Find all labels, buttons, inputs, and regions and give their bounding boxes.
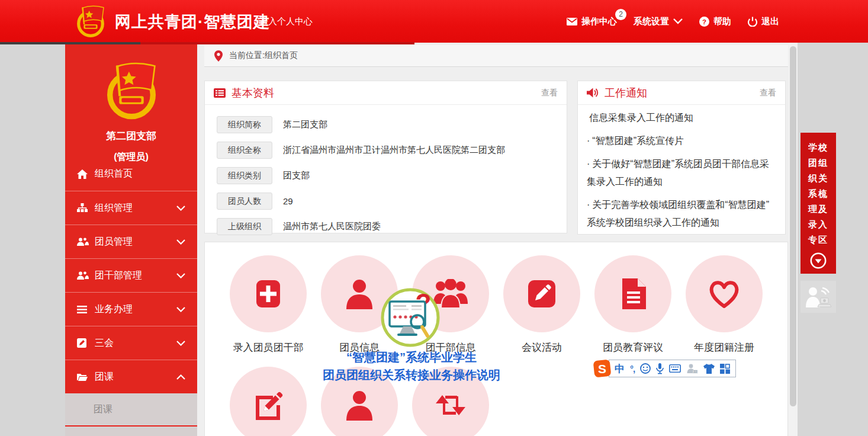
- scrollbar-thumb[interactable]: [790, 46, 796, 406]
- sidebar-item-cadre-management[interactable]: 团干部管理: [65, 258, 197, 292]
- action-meetings[interactable]: 会议活动: [496, 255, 587, 354]
- action-education-review[interactable]: 团员教育评议: [587, 255, 679, 354]
- field-label: 组织简称: [217, 116, 272, 133]
- help-label: 帮助: [713, 16, 731, 27]
- sidebar-subitem-league-class[interactable]: 团课: [65, 393, 197, 427]
- work-notice-header: 工作通知 查看: [578, 81, 785, 105]
- heart-icon: [708, 279, 741, 309]
- sidebar-item-member-management[interactable]: 团员管理: [65, 225, 197, 258]
- sidebar-item-label: 三会: [95, 337, 114, 350]
- chevron-down-icon: [176, 206, 185, 211]
- ime-keyboard-icon[interactable]: [669, 364, 681, 373]
- basic-info-panel: 基本资料 查看 组织简称 第二团支部 组织全称 浙江省温州市温州市卫计温州市第七…: [204, 81, 567, 233]
- user-icon: [345, 278, 374, 309]
- folder-icon: [77, 371, 89, 382]
- ime-chinese-mode-icon[interactable]: 中: [615, 362, 625, 376]
- field-value: 温州市第七人民医院团委: [283, 221, 381, 232]
- action-circle: [594, 255, 671, 332]
- users-icon: [77, 270, 89, 281]
- league-emblem-logo: [73, 3, 108, 40]
- quick-actions-panel: 录入团员团干部 团员信息: [204, 242, 788, 436]
- speaker-icon: [587, 88, 599, 98]
- pencil-badge-icon: [527, 279, 557, 309]
- personal-center-link[interactable]: 进入个人中心: [259, 16, 313, 27]
- sidebar-item-meetings[interactable]: 三会: [65, 326, 197, 360]
- sidebar-submenu-filler: [65, 427, 197, 436]
- sidebar-item-label: 团课: [95, 371, 114, 383]
- person-broadcast-icon: [805, 286, 831, 307]
- action-label: 会议活动: [522, 341, 562, 354]
- field-row-full-name: 组织全称 浙江省温州市温州市卫计温州市第七人民医院第二团支部: [217, 137, 555, 163]
- header-nav: 操作中心 2 系统设置 ? 帮助 退出: [567, 0, 779, 43]
- action-circle: [503, 255, 580, 332]
- notice-text: 信息采集录入工作的通知: [589, 113, 693, 123]
- ime-skin-icon[interactable]: [703, 364, 715, 374]
- action-circle: [230, 255, 307, 332]
- notice-text: 关于做好“智慧团建”系统团员团干部信息采集录入工作的通知: [587, 159, 769, 187]
- basic-info-view-link[interactable]: 查看: [541, 88, 558, 98]
- banner-line: 学校: [801, 140, 836, 155]
- chevron-down-icon: [176, 239, 185, 245]
- school-zone-banner[interactable]: 学校 团组 织关 系梳 理及 录入 专区: [801, 133, 836, 274]
- sogou-logo-icon[interactable]: S: [593, 359, 612, 378]
- ime-emoji-icon[interactable]: [640, 363, 651, 374]
- banner-line: 系梳: [801, 186, 836, 201]
- banner-line: 录入: [801, 217, 836, 232]
- system-settings-button[interactable]: 系统设置: [634, 16, 683, 27]
- field-label: 团员人数: [217, 193, 272, 210]
- plus-square-icon: [253, 278, 284, 309]
- sidebar-item-label: 团干部管理: [95, 270, 142, 282]
- user-icon: [345, 390, 374, 421]
- circle-down-icon: [810, 252, 827, 269]
- work-notice-title: 工作通知: [605, 86, 647, 100]
- notice-item[interactable]: 信息采集录入工作的通知: [587, 109, 776, 127]
- pencil-square-icon: [77, 338, 89, 348]
- field-value: 浙江省温州市温州市卫计温州市第七人民医院第二团支部: [283, 145, 505, 156]
- sidebar-item-league-class[interactable]: 团课: [65, 360, 197, 393]
- envelope-icon: [567, 18, 577, 25]
- notice-item[interactable]: ·关于完善学校领域团组织覆盖和“智慧团建”系统学校团组织录入工作的通知: [587, 196, 776, 232]
- chevron-down-icon: [176, 273, 185, 278]
- sidebar-menu: 组织首页 组织管理 团员管理: [65, 157, 197, 436]
- sitemap-icon: [77, 203, 89, 213]
- sidebar-item-org-home[interactable]: 组织首页: [65, 157, 197, 191]
- sidebar-item-org-management[interactable]: 组织管理: [65, 191, 197, 225]
- action-enter-members[interactable]: 录入团员团干部: [223, 255, 314, 354]
- notice-item[interactable]: ·关于做好“智慧团建”系统团员团干部信息采集录入工作的通知: [587, 155, 776, 191]
- ime-microphone-icon[interactable]: [656, 363, 664, 374]
- field-label: 组织全称: [217, 142, 272, 159]
- action-circle: [686, 255, 763, 332]
- bars-icon: [77, 304, 89, 315]
- ime-toolbox-icon[interactable]: [720, 364, 730, 374]
- breadcrumb-label: 当前位置:组织首页: [229, 50, 298, 61]
- ime-box: 中 °,: [609, 360, 736, 377]
- sidebar: 第二团支部 (管理员) 组织首页 组织管理: [65, 43, 197, 436]
- notice-item[interactable]: ·“智慧团建”系统宣传片: [587, 132, 776, 150]
- help-button[interactable]: ? 帮助: [699, 16, 731, 27]
- logout-button[interactable]: 退出: [748, 16, 779, 27]
- sidebar-item-business[interactable]: 业务办理: [65, 292, 197, 326]
- notice-text: 关于完善学校领域团组织覆盖和“智慧团建”系统学校团组织录入工作的通知: [587, 200, 769, 227]
- action-label: 年度团籍注册: [694, 341, 754, 354]
- ime-user-count-icon[interactable]: 22: [686, 364, 698, 374]
- promo-text-link[interactable]: “智慧团建”系统毕业学生 团员团组织关系转接业务操作说明: [323, 348, 500, 384]
- action-annual-registration[interactable]: 年度团籍注册: [679, 255, 770, 354]
- action-center-button[interactable]: 操作中心 2: [567, 16, 617, 27]
- ime-toolbar: S 中 °,: [593, 359, 736, 378]
- work-notice-view-link[interactable]: 查看: [760, 88, 776, 98]
- banner-line: 专区: [801, 232, 836, 248]
- field-label: 上级组织: [217, 218, 272, 235]
- banner-line: 织关: [801, 171, 836, 186]
- app-header: 网上共青团·智慧团建 进入个人中心 操作中心 2 系统设置 ? 帮助: [0, 0, 868, 43]
- field-row-member-count: 团员人数 29: [217, 188, 555, 214]
- transfer-icon: [435, 390, 467, 420]
- online-consult-button[interactable]: [801, 281, 836, 313]
- svg-text:22: 22: [693, 370, 697, 373]
- action-center-label: 操作中心: [581, 16, 617, 27]
- notice-text: “智慧团建”系统宣传片: [592, 136, 684, 146]
- promo-illustration[interactable]: ?: [381, 287, 440, 348]
- ime-punctuation-icon[interactable]: °,: [630, 364, 635, 374]
- action-row2-edit[interactable]: [223, 367, 314, 436]
- sidebar-item-label: 组织首页: [95, 168, 133, 180]
- chevron-down-icon: [176, 341, 185, 346]
